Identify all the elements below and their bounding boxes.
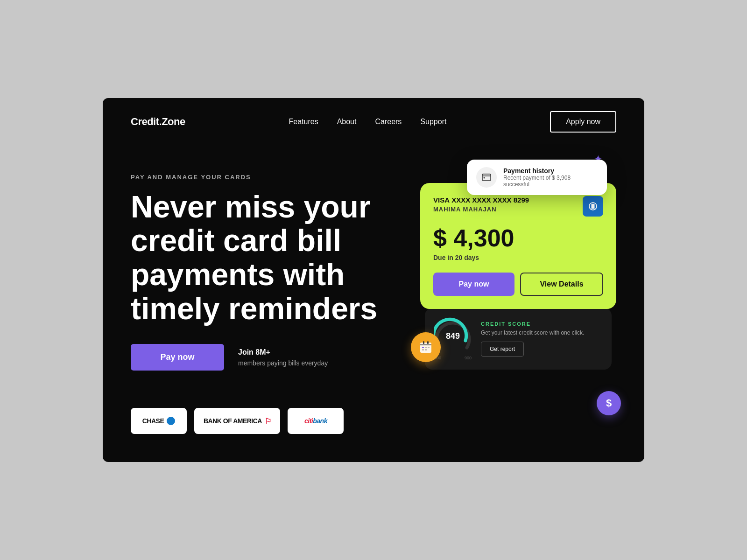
svg-rect-8 [428, 347, 430, 348]
page-wrapper: Credit.Zone Features About Careers Suppo… [103, 98, 644, 462]
navbar: Credit.Zone Features About Careers Suppo… [103, 98, 644, 146]
payment-history-text: Payment history Recent payment of $ 3,90… [503, 167, 598, 188]
payment-history-icon [476, 167, 497, 188]
partner-boa: BANK OF AMERICA ⚐ [194, 408, 280, 434]
svg-rect-6 [422, 347, 424, 348]
credit-score-label: CREDIT SCORE [481, 321, 584, 327]
score-max: 900 [465, 356, 472, 360]
hero-actions: Pay now Join 8M+ members paying bills ev… [131, 344, 420, 371]
nav-links: Features About Careers Support [289, 118, 447, 126]
svg-rect-5 [427, 341, 429, 344]
logo: Credit.Zone [131, 116, 185, 128]
get-report-button[interactable]: Get report [481, 342, 524, 357]
credit-info: CREDIT SCORE Get your latest credit scor… [481, 321, 584, 357]
credit-score-description: Get your latest credit score with one cl… [481, 329, 584, 337]
apply-now-button[interactable]: Apply now [550, 111, 616, 133]
card-details-button[interactable]: View Details [520, 273, 603, 296]
hero-left: PAY AND MANAGE YOUR CARDS Never miss you… [131, 164, 420, 434]
svg-rect-0 [482, 174, 491, 181]
card-amount: $ 4,300 [433, 224, 603, 252]
card-number: VISA XXXX XXXX XXXX 8299 [433, 196, 529, 204]
partner-citi: citibank [288, 408, 344, 434]
svg-rect-2 [592, 204, 595, 209]
nav-features[interactable]: Features [289, 118, 318, 126]
svg-point-1 [484, 177, 485, 178]
svg-rect-9 [422, 349, 424, 350]
payment-history-title: Payment history [503, 167, 598, 175]
calendar-float-icon [411, 332, 441, 362]
hero-section: PAY AND MANAGE YOUR CARDS Never miss you… [103, 146, 644, 462]
join-text: Join 8M+ members paying bills everyday [238, 346, 328, 369]
hero-subtitle: PAY AND MANAGE YOUR CARDS [131, 174, 420, 181]
svg-rect-7 [425, 347, 427, 348]
hero-pay-button[interactable]: Pay now [131, 344, 224, 371]
credit-score-value: 849 [446, 331, 460, 341]
card-pay-button[interactable]: Pay now [433, 273, 514, 296]
dollar-symbol: $ [606, 397, 612, 409]
credit-card: VISA XXXX XXXX XXXX 8299 MAHIMA MAHAJAN … [420, 183, 616, 309]
join-description: members paying bills everyday [238, 359, 328, 367]
payment-history-popup: Payment history Recent payment of $ 3,90… [467, 160, 607, 195]
card-number-info: VISA XXXX XXXX XXXX 8299 MAHIMA MAHAJAN [433, 196, 529, 213]
credit-score-inner: 849 300 900 CREDIT SCORE Get your latest… [434, 317, 602, 360]
hero-right: ✦ Payment history Recent payment of $ 3,… [420, 160, 616, 434]
card-holder: MAHIMA MAHAJAN [433, 206, 529, 213]
partners-section: CHASE BANK OF AMERICA ⚐ citibank [131, 408, 420, 434]
hero-title: Never miss your credit card bill payment… [131, 190, 383, 325]
card-header: VISA XXXX XXXX XXXX 8299 MAHIMA MAHAJAN [433, 196, 603, 217]
card-due: Due in 20 days [433, 254, 603, 261]
bank-logo-icon [583, 196, 603, 217]
nav-support[interactable]: Support [420, 118, 446, 126]
svg-rect-10 [425, 349, 427, 350]
dollar-float-icon: $ [597, 391, 621, 415]
join-count: Join 8M+ [238, 346, 328, 358]
credit-gauge-labels: 300 900 [434, 356, 472, 360]
partner-chase: CHASE [131, 408, 187, 434]
credit-score-card: 849 300 900 CREDIT SCORE Get your latest… [425, 308, 612, 370]
svg-rect-4 [423, 341, 424, 344]
card-buttons: Pay now View Details [433, 273, 603, 309]
chase-label: CHASE [142, 417, 164, 425]
boa-label: BANK OF AMERICA [204, 417, 262, 425]
nav-careers[interactable]: Careers [375, 118, 402, 126]
nav-about[interactable]: About [337, 118, 357, 126]
payment-history-desc: Recent payment of $ 3,908 successful [503, 175, 598, 188]
